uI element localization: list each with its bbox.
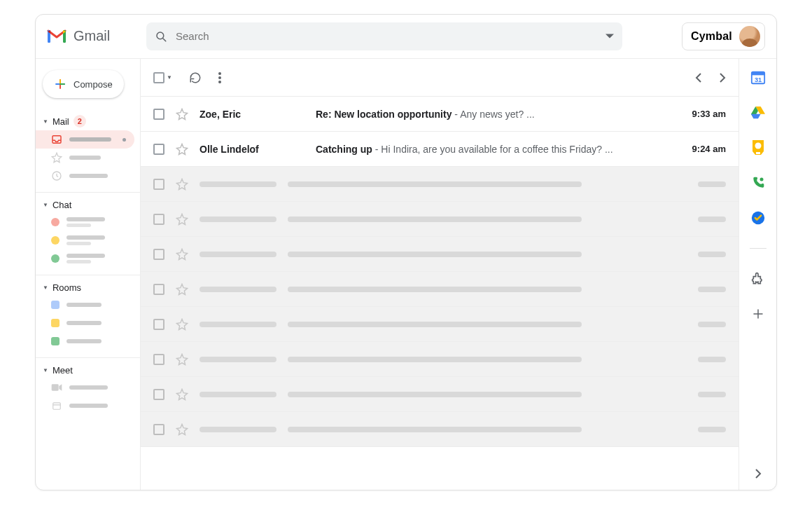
app-name: Gmail — [74, 28, 110, 44]
search-input[interactable] — [176, 30, 597, 42]
compose-label: Compose — [74, 79, 113, 90]
email-time: 9:33 am — [684, 109, 726, 119]
placeholder-body — [288, 287, 582, 292]
inbox-icon — [51, 134, 62, 145]
drive-icon[interactable] — [750, 105, 766, 121]
side-panel: 31 — [738, 59, 776, 490]
placeholder-body — [288, 322, 582, 327]
placeholder-time — [698, 252, 726, 257]
email-row-placeholder — [141, 272, 738, 307]
main: ▼ — [141, 59, 738, 490]
email-row-placeholder — [141, 342, 738, 377]
caret-down-icon: ▼ — [43, 284, 48, 291]
room-color-icon — [51, 337, 59, 345]
more-button[interactable] — [218, 72, 221, 83]
star-outline-icon — [176, 388, 188, 401]
nav-item-inbox[interactable] — [36, 130, 134, 149]
row-checkbox — [153, 284, 164, 295]
caret-down-icon: ▼ — [43, 202, 48, 208]
search-box[interactable] — [146, 22, 622, 50]
meet-join-meeting[interactable] — [36, 397, 140, 415]
row-checkbox[interactable] — [153, 144, 164, 155]
star-outline-icon — [176, 283, 188, 296]
svg-point-16 — [755, 143, 761, 149]
nav-section-chat: ▼ Chat — [36, 193, 140, 275]
addons-icon[interactable] — [750, 271, 766, 287]
unread-dot-icon — [122, 138, 126, 142]
svg-point-2 — [157, 32, 164, 39]
email-row-placeholder — [141, 202, 738, 237]
row-checkbox[interactable] — [153, 109, 164, 120]
svg-line-3 — [163, 39, 166, 41]
collapse-panel-icon[interactable] — [750, 466, 766, 481]
app-window: Gmail Cymbal Compose — [35, 14, 777, 490]
nav-head-rooms[interactable]: ▼ Rooms — [36, 280, 140, 296]
meet-new-meeting[interactable] — [36, 378, 140, 397]
nav-label-meet: Meet — [52, 365, 73, 376]
keep-icon[interactable] — [750, 140, 766, 156]
email-row-placeholder — [141, 412, 738, 447]
placeholder-sender — [200, 217, 276, 222]
nav-item-starred[interactable] — [36, 149, 140, 167]
chat-contact[interactable] — [36, 231, 140, 249]
room-item[interactable] — [36, 332, 140, 350]
meet-label — [69, 404, 108, 408]
email-row-placeholder — [141, 377, 738, 412]
star-outline-icon — [176, 318, 188, 331]
refresh-button[interactable] — [189, 71, 202, 84]
compose-button[interactable]: Compose — [43, 70, 124, 98]
room-label — [66, 321, 102, 325]
nav-item-snoozed[interactable] — [36, 167, 140, 185]
presence-dot-icon — [51, 254, 59, 263]
select-all-checkbox[interactable]: ▼ — [153, 72, 172, 83]
room-item[interactable] — [36, 314, 140, 332]
svg-point-11 — [218, 81, 221, 83]
placeholder-time — [698, 357, 726, 362]
nav-section-mail: ▼ Mail 2 — [36, 108, 140, 193]
room-item[interactable] — [36, 296, 140, 314]
chat-label — [66, 254, 105, 263]
placeholder-time — [698, 322, 726, 327]
nav-head-meet[interactable]: ▼ Meet — [36, 362, 140, 378]
row-checkbox — [153, 319, 164, 330]
search-options-dropdown-icon[interactable] — [606, 32, 614, 41]
chat-contact[interactable] — [36, 213, 140, 231]
nav-head-chat[interactable]: ▼ Chat — [36, 197, 140, 213]
presence-dot-icon — [51, 218, 59, 226]
row-checkbox — [153, 179, 164, 190]
email-row[interactable]: Olle Lindelof Catching up - Hi Indira, a… — [141, 132, 738, 167]
email-row-placeholder — [141, 307, 738, 342]
placeholder-time — [698, 181, 726, 187]
room-color-icon — [51, 301, 59, 309]
star-button[interactable] — [176, 143, 188, 156]
email-list: Zoe, Eric Re: New location opportunity -… — [141, 97, 738, 490]
topbar: Gmail Cymbal — [36, 15, 776, 58]
account-brand[interactable]: Cymbal — [682, 22, 765, 50]
room-label — [66, 339, 102, 343]
nav-label-chat: Chat — [52, 200, 71, 210]
placeholder-body — [288, 217, 582, 222]
row-checkbox — [153, 249, 164, 260]
page-next-button[interactable] — [719, 72, 726, 83]
placeholder-body — [288, 392, 582, 397]
tasks-icon[interactable] — [750, 210, 766, 226]
placeholder-sender — [200, 392, 276, 397]
placeholder-body — [288, 357, 582, 362]
star-button[interactable] — [176, 108, 188, 121]
calendar-icon[interactable]: 31 — [750, 70, 766, 85]
placeholder-body — [288, 181, 582, 187]
search-icon — [155, 30, 167, 43]
email-time: 9:24 am — [684, 144, 726, 154]
email-row[interactable]: Zoe, Eric Re: New location opportunity -… — [141, 97, 738, 132]
logo[interactable]: Gmail — [47, 28, 138, 44]
chat-contact[interactable] — [36, 249, 140, 268]
page-prev-button[interactable] — [695, 72, 702, 83]
voice-icon[interactable] — [750, 175, 766, 191]
svg-rect-7 — [53, 403, 61, 409]
nav-head-mail[interactable]: ▼ Mail 2 — [36, 112, 140, 130]
svg-point-10 — [218, 76, 221, 79]
placeholder-sender — [200, 322, 276, 327]
avatar[interactable] — [739, 26, 760, 47]
chat-label — [66, 217, 105, 227]
add-panel-icon[interactable] — [750, 306, 766, 322]
